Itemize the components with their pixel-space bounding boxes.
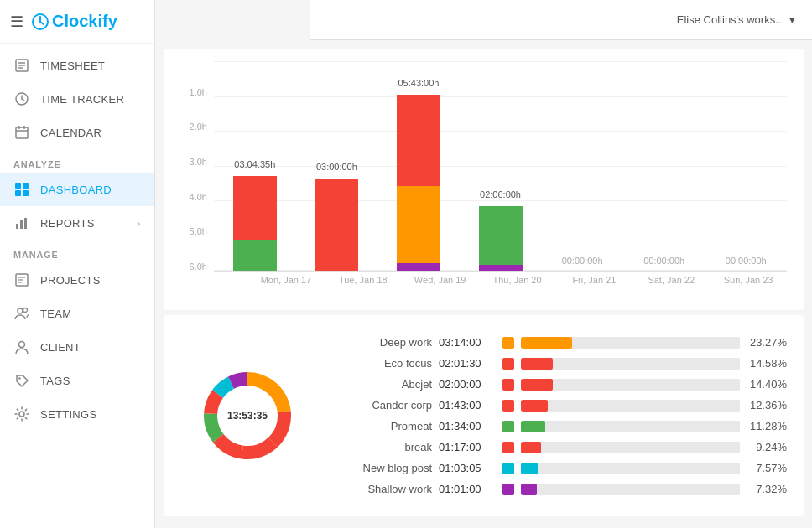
svg-point-27	[19, 342, 25, 348]
svg-rect-16	[15, 190, 21, 196]
svg-rect-15	[23, 183, 29, 189]
sidebar-item-time-tracker[interactable]: TIME TRACKER	[0, 82, 154, 116]
bar-group: 03:04:35h	[214, 62, 296, 271]
sidebar-item-client[interactable]: CLIENT	[0, 330, 154, 364]
stats-color-dot	[502, 337, 514, 349]
bar-total-label: 05:43:00h	[398, 78, 439, 88]
stats-bar-bg	[521, 463, 740, 474]
stats-pct: 7.32%	[747, 483, 787, 495]
bar-segment	[397, 186, 440, 263]
workspace-selector[interactable]: Elise Collins's works... ▾	[677, 13, 795, 26]
sidebar-item-timesheet[interactable]: TIMESHEET	[0, 49, 154, 82]
y-label-5: 5.0h	[180, 226, 212, 236]
topbar: Elise Collins's works... ▾	[310, 0, 812, 40]
svg-point-29	[19, 412, 24, 417]
stats-time: 01:34:00	[439, 420, 496, 432]
reports-arrow-icon: ›	[137, 217, 141, 230]
bar-segment	[397, 263, 440, 271]
svg-line-2	[40, 22, 44, 24]
stats-pct: 7.57%	[747, 462, 787, 474]
stats-color-dot	[502, 442, 514, 453]
svg-rect-18	[16, 224, 18, 229]
settings-icon	[13, 406, 30, 422]
y-label-4: 4.0h	[180, 192, 212, 202]
chart-area: 03:04:35h03:00:00h05:43:00h02:06:00h00:0…	[214, 62, 787, 272]
stats-color-dot	[502, 484, 514, 495]
bar-stack: 02:06:00h	[479, 206, 523, 271]
stats-name: Eco focus	[340, 357, 432, 370]
donut-segment	[247, 372, 291, 412]
sidebar: ☰ Clockify TIMESHEET TIME TRACKER	[0, 0, 155, 528]
tags-label: TAGS	[40, 375, 70, 387]
content-area: 6.0h 5.0h 4.0h 3.0h 2.0h 1.0h	[155, 40, 812, 528]
svg-point-25	[18, 308, 23, 313]
team-label: TEAM	[40, 308, 71, 320]
stats-time: 01:01:00	[439, 483, 496, 495]
sidebar-item-projects[interactable]: PROJECTS	[0, 263, 154, 297]
bar-group: 00:00:00h	[705, 62, 787, 271]
stats-row: Candor corp 01:43:00 12.36%	[340, 395, 787, 416]
stats-name: Promeat	[340, 420, 432, 432]
hamburger-icon[interactable]: ☰	[10, 13, 23, 31]
reports-label: REPORTS	[40, 217, 95, 230]
sidebar-item-settings[interactable]: SETTINGS	[0, 397, 154, 431]
stats-pct: 9.24%	[747, 441, 787, 453]
stats-bar-fill	[521, 358, 553, 370]
stats-row: Promeat 01:34:00 11.28%	[340, 416, 787, 437]
stats-time: 02:01:30	[439, 357, 496, 370]
logo: Clockify	[32, 12, 117, 31]
sidebar-item-tags[interactable]: TAGS	[0, 364, 154, 397]
sidebar-item-dashboard[interactable]: DASHBOARD	[0, 173, 154, 206]
bar-segment	[315, 179, 358, 271]
stats-bar-fill	[521, 484, 537, 495]
stats-color-dot	[502, 358, 514, 370]
donut-chart-container: 13:53:35	[180, 332, 315, 500]
bar-total-label: 03:00:00h	[316, 162, 357, 172]
bar-total-label: 03:04:35h	[234, 159, 275, 169]
bar-total-label: 02:06:00h	[480, 189, 521, 199]
bar-segment	[397, 95, 440, 186]
x-label: Mon, Jan 17	[247, 275, 325, 285]
stats-row: Shallow work 01:01:00 7.32%	[340, 479, 787, 500]
reports-icon	[13, 215, 30, 231]
stats-name: Candor corp	[340, 399, 432, 412]
client-label: CLIENT	[40, 341, 81, 354]
bar-segment	[233, 240, 277, 271]
x-label: Tue, Jan 18	[325, 275, 402, 285]
bar-stack: 03:00:00h	[315, 179, 358, 271]
bar-segment	[479, 265, 523, 271]
bar-chart-container: 6.0h 5.0h 4.0h 3.0h 2.0h 1.0h	[180, 62, 787, 297]
sidebar-header: ☰ Clockify	[0, 0, 154, 44]
x-label: Sun, Jan 23	[710, 275, 787, 285]
main-content: Elise Collins's works... ▾ 6.0h 5.0h 4.0…	[155, 0, 812, 528]
svg-point-28	[18, 377, 20, 379]
stats-bar-fill	[521, 442, 541, 453]
stats-row: Eco focus 02:01:30 14.58%	[340, 353, 787, 374]
x-label: Fri, Jan 21	[555, 275, 632, 285]
stats-time: 01:43:00	[439, 399, 496, 412]
tags-icon	[13, 372, 30, 389]
dashboard-icon	[13, 181, 30, 198]
sidebar-item-team[interactable]: TEAM	[0, 297, 154, 330]
stats-bar-fill	[521, 337, 572, 349]
sidebar-item-calendar[interactable]: CALENDAR	[0, 116, 154, 149]
bar-total-label: 00:00:00h	[562, 256, 603, 266]
y-axis: 6.0h 5.0h 4.0h 3.0h 2.0h 1.0h	[180, 62, 212, 272]
sidebar-item-reports[interactable]: REPORTS ›	[0, 206, 154, 240]
workspace-name: Elise Collins's works...	[677, 13, 784, 26]
stats-bar-fill	[521, 421, 545, 432]
y-label-2: 2.0h	[180, 122, 212, 132]
stats-row: Abcjet 02:00:00 14.40%	[340, 374, 787, 395]
calendar-icon	[13, 124, 30, 141]
stats-bar-bg	[521, 400, 740, 412]
stats-name: Deep work	[340, 336, 432, 349]
stats-pct: 12.36%	[747, 399, 787, 412]
bar-group: 00:00:00h	[541, 62, 623, 271]
settings-label: SETTINGS	[40, 408, 96, 421]
stats-bar-bg	[521, 442, 740, 453]
timesheet-icon	[13, 57, 30, 74]
stats-bar-bg	[521, 484, 740, 495]
bar-chart-section: 6.0h 5.0h 4.0h 3.0h 2.0h 1.0h	[164, 49, 804, 310]
x-label: Sat, Jan 22	[632, 275, 710, 285]
client-icon	[13, 339, 30, 355]
